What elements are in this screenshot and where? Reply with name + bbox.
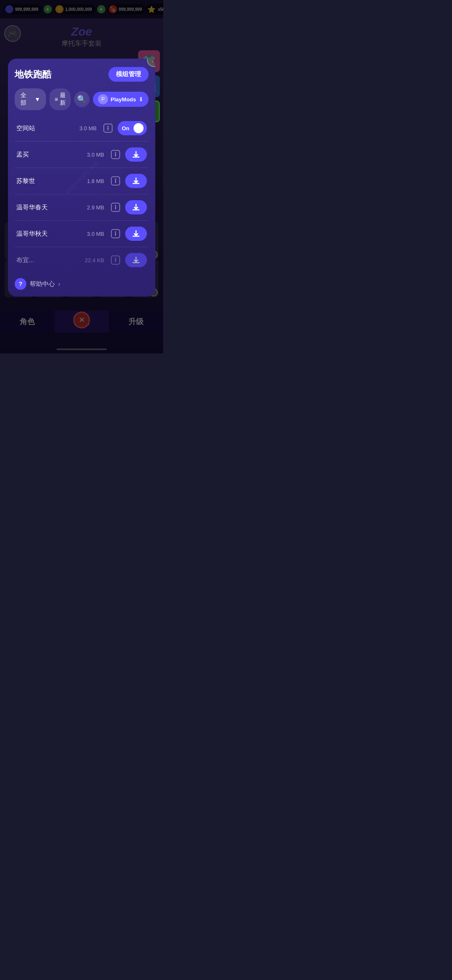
chevron-down-icon: ▼ bbox=[35, 96, 41, 103]
help-center[interactable]: ? 帮助中心 › bbox=[15, 273, 149, 290]
mod-size-0: 3.0 MB bbox=[80, 125, 97, 132]
mod-modal: ✕ 地铁跑酷 模组管理 playmods.net 全部 ▼ ≡ 最新 🔍 bbox=[8, 59, 155, 297]
download-icon: ⬇ bbox=[139, 96, 144, 103]
mod-item-0: 空间站 3.0 MB On bbox=[15, 115, 149, 142]
search-button[interactable]: 🔍 bbox=[74, 91, 90, 107]
toggle-circle-0 bbox=[134, 123, 144, 133]
search-icon: 🔍 bbox=[77, 95, 86, 104]
mod-size-4: 3.0 MB bbox=[87, 231, 104, 237]
filter-dropdown[interactable]: 全部 ▼ bbox=[15, 88, 46, 110]
mod-name-4: 温哥华秋天 bbox=[16, 230, 84, 238]
svg-point-5 bbox=[115, 179, 116, 180]
mod-download-1[interactable] bbox=[125, 147, 147, 162]
mod-size-3: 2.9 MB bbox=[87, 204, 104, 211]
filter-dropdown-label: 全部 bbox=[21, 92, 32, 107]
help-icon: ? bbox=[15, 278, 26, 290]
mod-name-3: 温哥华春天 bbox=[16, 204, 84, 211]
mod-item-3: 温哥华春天 2.9 MB bbox=[15, 194, 149, 221]
help-center-label: 帮助中心 bbox=[30, 280, 55, 288]
mod-name-1: 孟买 bbox=[16, 151, 84, 159]
mod-info-icon-4[interactable] bbox=[109, 227, 122, 240]
toggle-label-0: On bbox=[122, 125, 129, 132]
mod-size-5: 22.4 KB bbox=[85, 257, 104, 263]
mod-management-button[interactable]: 模组管理 bbox=[108, 67, 149, 82]
mod-item-2: 苏黎世 1.8 MB bbox=[15, 168, 149, 194]
mod-size-2: 1.8 MB bbox=[87, 178, 104, 184]
svg-point-11 bbox=[115, 258, 116, 259]
modal-overlay: ✕ 地铁跑酷 模组管理 playmods.net 全部 ▼ ≡ 最新 🔍 bbox=[0, 0, 163, 353]
mod-size-1: 3.0 MB bbox=[87, 152, 104, 158]
sort-icon: ≡ bbox=[54, 96, 58, 103]
mod-info-icon-3[interactable] bbox=[109, 201, 122, 214]
mod-item-4: 温哥华秋天 3.0 MB bbox=[15, 221, 149, 247]
svg-point-7 bbox=[115, 205, 116, 206]
playmods-label: PlayMods bbox=[110, 96, 136, 103]
game-background: playmods.net 🌀 999,999,999 + 🪙 1,000,000… bbox=[0, 0, 163, 353]
mod-name-5: 布宜... bbox=[16, 256, 82, 264]
filter-bar: 全部 ▼ ≡ 最新 🔍 P PlayMods ⬇ bbox=[15, 88, 149, 110]
mod-item-5: 布宜... 22.4 KB bbox=[15, 247, 149, 273]
playmods-button[interactable]: P PlayMods ⬇ bbox=[93, 92, 149, 107]
mod-info-icon-5[interactable] bbox=[109, 254, 122, 266]
playmods-logo: P bbox=[98, 94, 108, 104]
mod-info-icon-1[interactable] bbox=[109, 148, 122, 161]
svg-point-3 bbox=[115, 152, 116, 154]
modal-close-button[interactable]: ✕ bbox=[147, 59, 155, 67]
modal-title: 地铁跑酷 bbox=[15, 68, 51, 81]
sort-label: 最新 bbox=[60, 92, 66, 107]
mod-list: 空间站 3.0 MB On bbox=[15, 115, 149, 273]
mod-download-5[interactable] bbox=[125, 253, 147, 267]
mod-name-2: 苏黎世 bbox=[16, 177, 84, 185]
mod-info-icon-0[interactable] bbox=[102, 122, 114, 134]
filter-sort[interactable]: ≡ 最新 bbox=[49, 88, 70, 110]
mod-toggle-0[interactable]: On bbox=[118, 121, 147, 135]
mod-download-3[interactable] bbox=[125, 200, 147, 214]
modal-header: 地铁跑酷 模组管理 bbox=[15, 67, 149, 82]
mod-name-0: 空间站 bbox=[16, 124, 76, 132]
mod-download-4[interactable] bbox=[125, 227, 147, 241]
svg-point-1 bbox=[108, 126, 109, 127]
help-arrow-icon: › bbox=[58, 281, 60, 287]
svg-point-9 bbox=[115, 232, 116, 233]
mod-item-1: 孟买 3.0 MB bbox=[15, 142, 149, 168]
mod-info-icon-2[interactable] bbox=[109, 175, 122, 187]
mod-download-2[interactable] bbox=[125, 174, 147, 188]
